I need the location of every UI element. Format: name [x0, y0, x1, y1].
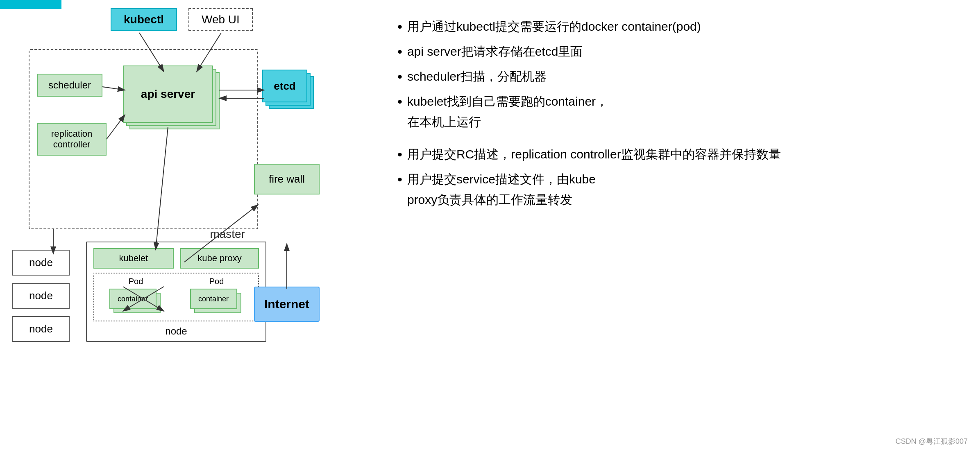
firewall-label: fire wall — [269, 173, 305, 185]
bullet-text-6: 用户提交service描述文件，由kubeproxy负责具体的工作流量转发 — [407, 169, 596, 210]
webui-label: Web UI — [202, 13, 240, 26]
bullet-dot-5: • — [397, 144, 402, 165]
kubelet-label: kubelet — [119, 253, 148, 263]
internet-box: Internet — [254, 287, 320, 322]
etcd-stack: etcd — [262, 70, 320, 123]
bullet-dot-6: • — [397, 169, 402, 190]
kube-proxy-label: kube proxy — [197, 253, 242, 263]
top-bar — [0, 0, 61, 9]
etcd-front: etcd — [262, 70, 307, 102]
bullet-dot-1: • — [397, 16, 402, 37]
kubelet-row: kubelet kube proxy — [87, 242, 265, 271]
replication-controller-box: replicationcontroller — [37, 123, 107, 156]
bullet-item-2: • api server把请求存储在etcd里面 — [397, 41, 951, 62]
main-container: kubectl Web UI master scheduler replicat… — [0, 0, 980, 452]
webui-box: Web UI — [188, 8, 253, 31]
bullet-dot-4: • — [397, 91, 402, 112]
pod-column-1: Pod container — [98, 277, 174, 317]
kubelet-box: kubelet — [93, 248, 174, 269]
bullet-text-4: kubelet找到自己需要跑的container，在本机上运行 — [407, 91, 608, 132]
bullet-group-1: • 用户通过kubectl提交需要运行的docker container(pod… — [397, 16, 951, 132]
pod-column-2: Pod container — [178, 277, 255, 317]
bullet-text-2: api server把请求存储在etcd里面 — [407, 41, 583, 62]
pod-label-2: Pod — [209, 277, 224, 286]
node-label-1: node — [29, 256, 53, 269]
kube-proxy-box: kube proxy — [180, 248, 259, 269]
node-bottom-label: node — [87, 325, 265, 337]
node-label-3: node — [29, 323, 53, 335]
bullet-item-5: • 用户提交RC描述，replication controller监视集群中的容… — [397, 144, 951, 165]
container-front-2: container — [190, 289, 237, 309]
bullet-group-2: • 用户提交RC描述，replication controller监视集群中的容… — [397, 144, 951, 210]
container-front-1: container — [109, 289, 157, 309]
container-label-1: container — [118, 295, 148, 303]
replication-label: replicationcontroller — [51, 129, 92, 149]
etcd-label: etcd — [274, 80, 295, 93]
pod-area: Pod container Pod container — [93, 273, 259, 321]
bullet-dot-3: • — [397, 66, 402, 87]
scheduler-label: scheduler — [48, 79, 91, 90]
bullet-item-3: • scheduler扫描，分配机器 — [397, 66, 951, 87]
container-label-2: container — [198, 295, 229, 303]
api-server-front: api server — [123, 66, 213, 123]
bullet-text-5: 用户提交RC描述，replication controller监视集群中的容器并… — [407, 144, 781, 165]
node-left-area: node node node — [12, 250, 70, 342]
diagram-area: kubectl Web UI master scheduler replicat… — [12, 8, 381, 444]
node-box-1: node — [12, 250, 70, 276]
kubectl-label: kubectl — [124, 13, 164, 26]
bullet-text-3: scheduler扫描，分配机器 — [407, 66, 547, 87]
bullet-text-1: 用户通过kubectl提交需要运行的docker container(pod) — [407, 16, 701, 37]
container-stack-2: container — [190, 289, 243, 317]
scheduler-box: scheduler — [37, 74, 102, 97]
kubectl-box: kubectl — [111, 8, 177, 31]
internet-label: Internet — [264, 297, 309, 311]
container-stack-1: container — [109, 289, 163, 317]
bullet-item-6: • 用户提交service描述文件，由kubeproxy负责具体的工作流量转发 — [397, 169, 951, 210]
bullet-item-4: • kubelet找到自己需要跑的container，在本机上运行 — [397, 91, 951, 132]
bullet-dot-2: • — [397, 41, 402, 62]
pod-label-1: Pod — [129, 277, 143, 286]
node-main-area: kubelet kube proxy Pod container — [86, 242, 266, 342]
api-server-label: api server — [141, 88, 195, 101]
node-box-3: node — [12, 316, 70, 342]
node-box-2: node — [12, 283, 70, 309]
bullet-item-1: • 用户通过kubectl提交需要运行的docker container(pod… — [397, 16, 951, 37]
watermark: CSDN @粤江孤影007 — [896, 436, 968, 446]
master-label: master — [210, 228, 245, 241]
node-label-2: node — [29, 289, 53, 302]
text-area: • 用户通过kubectl提交需要运行的docker container(pod… — [381, 8, 968, 444]
firewall-box: fire wall — [254, 164, 320, 194]
api-server-stack: api server — [123, 66, 221, 147]
